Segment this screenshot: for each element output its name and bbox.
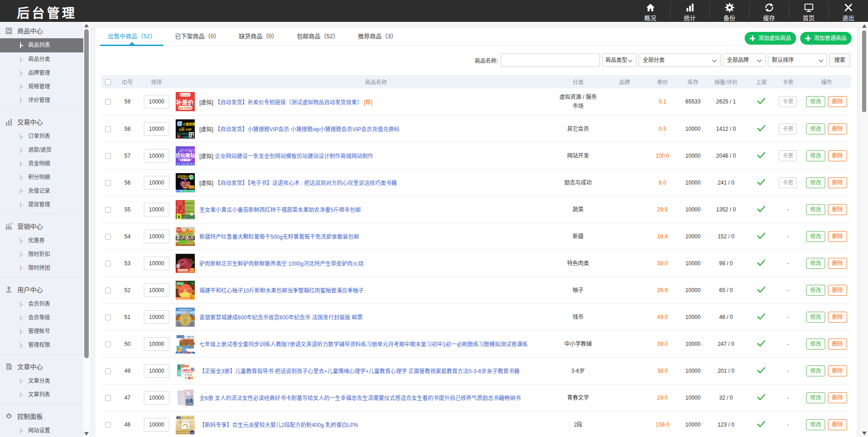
svg-text:合生元 派星 乳桥蛋白LPN: 合生元 派星 乳桥蛋白LPN bbox=[178, 416, 195, 419]
svg-text:小猿搜题: 小猿搜题 bbox=[183, 122, 195, 126]
svg-text:系统之家 量身定制: 系统之家 量身定制 bbox=[180, 149, 195, 152]
svg-text:畅销: 畅销 bbox=[190, 177, 193, 179]
svg-text:热门: 热门 bbox=[189, 175, 193, 177]
svg-text:人教版7册: 人教版7册 bbox=[186, 335, 194, 338]
svg-text:补差价专用链接: 补差价专用链接 bbox=[177, 106, 194, 110]
svg-text:只要9.9: 只要9.9 bbox=[188, 351, 194, 353]
svg-text:3天·VIP: 3天·VIP bbox=[179, 128, 192, 132]
svg-text:儿童教育心理学: 儿童教育心理学 bbox=[181, 369, 195, 372]
svg-text:红肉蜜柚 新鲜直发: 红肉蜜柚 新鲜直发 bbox=[176, 297, 191, 300]
svg-text:企业 商城 模板 建站: 企业 商城 模板 建站 bbox=[176, 162, 194, 165]
svg-text:测试自动发货: 测试自动发货 bbox=[179, 93, 191, 97]
svg-text:全套期中试卷: 全套期中试卷 bbox=[180, 342, 195, 345]
svg-text:攻心话术 口才技巧: 攻心话术 口才技巧 bbox=[180, 189, 195, 192]
svg-text:模板建站 一对一服务: 模板建站 一对一服务 bbox=[177, 158, 193, 161]
svg-text:女人的活法: 女人的活法 bbox=[186, 403, 193, 405]
svg-text:正品: 正品 bbox=[191, 432, 193, 433]
svg-text:合生元派星2段: 合生元派星2段 bbox=[181, 421, 190, 423]
svg-text:同步训练: 同步训练 bbox=[177, 335, 184, 338]
svg-text:上等肉质新鲜营养: 上等肉质新鲜营养 bbox=[177, 271, 189, 273]
svg-text:5: 5 bbox=[178, 215, 180, 219]
svg-text:全天内购来买: 全天内购来买 bbox=[177, 132, 189, 135]
svg-text:吐鲁番: 吐鲁番 bbox=[177, 230, 181, 232]
svg-text:减10元: 减10元 bbox=[189, 270, 194, 272]
svg-text:宝电脑用: 宝电脑用 bbox=[181, 135, 189, 138]
svg-text:仿站建站: 仿站建站 bbox=[176, 153, 195, 158]
svg-text:26.9: 26.9 bbox=[190, 297, 194, 299]
svg-text:买2斤送1斤: 买2斤送1斤 bbox=[177, 236, 194, 240]
